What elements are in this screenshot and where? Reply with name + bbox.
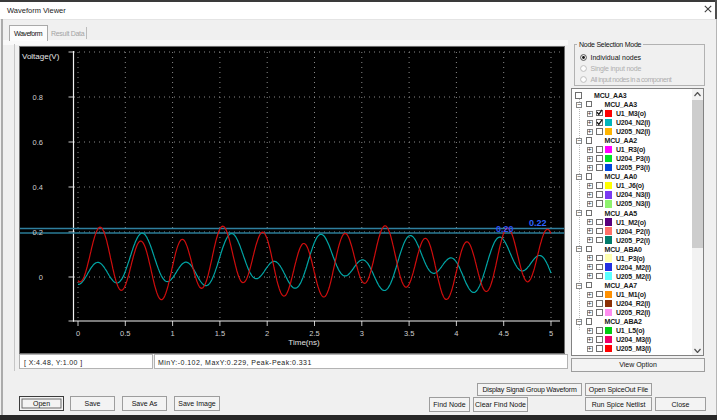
svg-text:2: 2	[265, 329, 269, 338]
svg-text:3: 3	[360, 329, 364, 338]
svg-text:3.5: 3.5	[404, 329, 414, 338]
svg-text:0: 0	[76, 329, 80, 338]
svg-text:0.2: 0.2	[33, 228, 43, 237]
svg-text:1: 1	[171, 329, 175, 338]
svg-text:0: 0	[39, 273, 43, 282]
svg-text:0.6: 0.6	[33, 138, 43, 147]
svg-text:0.5: 0.5	[120, 329, 130, 338]
svg-text:1.5: 1.5	[215, 329, 225, 338]
svg-text:4: 4	[454, 329, 458, 338]
svg-text:0.4: 0.4	[33, 183, 43, 192]
svg-text:Voltage(V): Voltage(V)	[22, 52, 60, 61]
svg-text:5: 5	[549, 329, 553, 338]
svg-text:0.22: 0.22	[529, 218, 547, 228]
svg-text:0.8: 0.8	[33, 93, 43, 102]
svg-text:4.5: 4.5	[498, 329, 508, 338]
svg-text:0.20: 0.20	[496, 224, 514, 234]
svg-text:2.5: 2.5	[309, 329, 319, 338]
svg-text:Time(ns): Time(ns)	[288, 338, 320, 347]
